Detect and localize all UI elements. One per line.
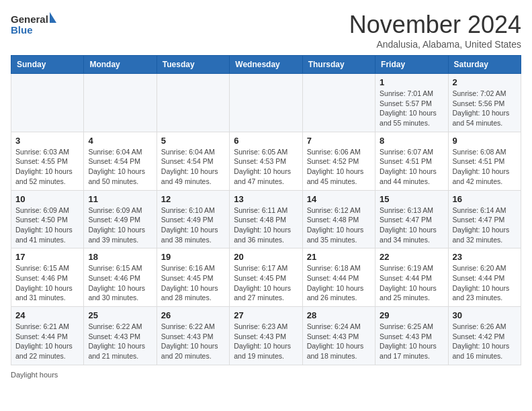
day-number: 13 [234, 194, 298, 204]
daylight-label: Daylight hours [11, 371, 58, 379]
day-info: Sunrise: 6:12 AMSunset: 4:48 PMDaylight:… [307, 205, 371, 245]
day-number: 21 [307, 252, 371, 262]
calendar-week-row: 24Sunrise: 6:21 AMSunset: 4:44 PMDayligh… [11, 307, 521, 365]
day-number: 26 [161, 310, 225, 320]
svg-text:General: General [11, 13, 48, 25]
day-info: Sunrise: 6:15 AMSunset: 4:46 PMDaylight:… [88, 263, 152, 303]
day-info: Sunrise: 6:26 AMSunset: 4:42 PMDaylight:… [453, 322, 517, 361]
day-info: Sunrise: 6:09 AMSunset: 4:49 PMDaylight:… [88, 205, 152, 245]
day-info: Sunrise: 6:08 AMSunset: 4:51 PMDaylight:… [453, 147, 517, 187]
day-number: 29 [380, 310, 443, 320]
day-info: Sunrise: 6:25 AMSunset: 4:43 PMDaylight:… [380, 322, 443, 361]
day-info: Sunrise: 7:01 AMSunset: 5:57 PMDaylight:… [380, 89, 443, 128]
day-number: 20 [234, 252, 298, 262]
calendar-cell: 13Sunrise: 6:11 AMSunset: 4:48 PMDayligh… [230, 190, 302, 248]
calendar-cell: 21Sunrise: 6:18 AMSunset: 4:44 PMDayligh… [302, 248, 375, 307]
calendar-cell: 26Sunrise: 6:22 AMSunset: 4:43 PMDayligh… [157, 307, 229, 365]
day-number: 24 [15, 310, 79, 320]
day-number: 25 [88, 310, 152, 320]
day-number: 3 [15, 136, 79, 146]
calendar-day-header: Wednesday [230, 56, 302, 74]
calendar-cell: 8Sunrise: 6:07 AMSunset: 4:51 PMDaylight… [375, 132, 448, 190]
day-info: Sunrise: 6:16 AMSunset: 4:45 PMDaylight:… [161, 263, 225, 303]
calendar-cell: 27Sunrise: 6:23 AMSunset: 4:43 PMDayligh… [230, 307, 302, 365]
day-number: 18 [88, 252, 152, 262]
day-number: 27 [234, 310, 298, 320]
day-info: Sunrise: 6:22 AMSunset: 4:43 PMDaylight:… [88, 322, 152, 361]
day-info: Sunrise: 6:19 AMSunset: 4:44 PMDaylight:… [380, 263, 443, 303]
calendar-cell: 12Sunrise: 6:10 AMSunset: 4:49 PMDayligh… [157, 190, 229, 248]
day-number: 14 [307, 194, 371, 204]
calendar-cell: 17Sunrise: 6:15 AMSunset: 4:46 PMDayligh… [11, 248, 84, 307]
calendar-cell: 24Sunrise: 6:21 AMSunset: 4:44 PMDayligh… [11, 307, 84, 365]
day-info: Sunrise: 6:09 AMSunset: 4:50 PMDaylight:… [15, 205, 79, 245]
month-title: November 2024 [349, 11, 521, 39]
page-header: General Blue November 2024 Andalusia, Al… [11, 11, 521, 50]
calendar-cell: 23Sunrise: 6:20 AMSunset: 4:44 PMDayligh… [448, 248, 521, 307]
location-subtitle: Andalusia, Alabama, United States [349, 39, 521, 50]
day-number: 2 [453, 77, 517, 87]
calendar-cell: 2Sunrise: 7:02 AMSunset: 5:56 PMDaylight… [448, 74, 521, 132]
calendar-day-header: Monday [84, 56, 157, 74]
day-info: Sunrise: 6:05 AMSunset: 4:53 PMDaylight:… [234, 147, 298, 187]
day-info: Sunrise: 6:10 AMSunset: 4:49 PMDaylight:… [161, 205, 225, 245]
day-info: Sunrise: 6:03 AMSunset: 4:55 PMDaylight:… [15, 147, 79, 187]
day-number: 16 [453, 194, 517, 204]
footer: Daylight hours [11, 371, 521, 379]
calendar-table: SundayMondayTuesdayWednesdayThursdayFrid… [11, 55, 521, 365]
day-info: Sunrise: 6:20 AMSunset: 4:44 PMDaylight:… [453, 263, 517, 303]
calendar-cell: 9Sunrise: 6:08 AMSunset: 4:51 PMDaylight… [448, 132, 521, 190]
title-block: November 2024 Andalusia, Alabama, United… [349, 11, 521, 50]
day-number: 28 [307, 310, 371, 320]
day-number: 6 [234, 136, 298, 146]
day-info: Sunrise: 6:11 AMSunset: 4:48 PMDaylight:… [234, 205, 298, 245]
logo-svg: General Blue [11, 11, 58, 38]
day-info: Sunrise: 6:24 AMSunset: 4:43 PMDaylight:… [307, 322, 371, 361]
calendar-cell [230, 74, 302, 132]
day-info: Sunrise: 6:04 AMSunset: 4:54 PMDaylight:… [161, 147, 225, 187]
calendar-cell [11, 74, 84, 132]
calendar-week-row: 3Sunrise: 6:03 AMSunset: 4:55 PMDaylight… [11, 132, 521, 190]
day-info: Sunrise: 7:02 AMSunset: 5:56 PMDaylight:… [453, 89, 517, 128]
day-number: 23 [453, 252, 517, 262]
day-info: Sunrise: 6:17 AMSunset: 4:45 PMDaylight:… [234, 263, 298, 303]
calendar-cell: 7Sunrise: 6:06 AMSunset: 4:52 PMDaylight… [302, 132, 375, 190]
calendar-cell: 18Sunrise: 6:15 AMSunset: 4:46 PMDayligh… [84, 248, 157, 307]
calendar-cell: 29Sunrise: 6:25 AMSunset: 4:43 PMDayligh… [375, 307, 448, 365]
day-number: 11 [88, 194, 152, 204]
calendar-cell: 10Sunrise: 6:09 AMSunset: 4:50 PMDayligh… [11, 190, 84, 248]
calendar-week-row: 1Sunrise: 7:01 AMSunset: 5:57 PMDaylight… [11, 74, 521, 132]
day-info: Sunrise: 6:07 AMSunset: 4:51 PMDaylight:… [380, 147, 443, 187]
day-info: Sunrise: 6:14 AMSunset: 4:47 PMDaylight:… [453, 205, 517, 245]
day-number: 8 [380, 136, 443, 146]
day-number: 22 [380, 252, 443, 262]
calendar-cell [84, 74, 157, 132]
day-number: 5 [161, 136, 225, 146]
calendar-cell: 3Sunrise: 6:03 AMSunset: 4:55 PMDaylight… [11, 132, 84, 190]
calendar-cell: 25Sunrise: 6:22 AMSunset: 4:43 PMDayligh… [84, 307, 157, 365]
svg-marker-2 [50, 12, 56, 23]
calendar-header-row: SundayMondayTuesdayWednesdayThursdayFrid… [11, 56, 521, 74]
day-info: Sunrise: 6:13 AMSunset: 4:47 PMDaylight:… [380, 205, 443, 245]
calendar-cell: 22Sunrise: 6:19 AMSunset: 4:44 PMDayligh… [375, 248, 448, 307]
calendar-day-header: Tuesday [157, 56, 229, 74]
day-info: Sunrise: 6:22 AMSunset: 4:43 PMDaylight:… [161, 322, 225, 361]
calendar-cell: 28Sunrise: 6:24 AMSunset: 4:43 PMDayligh… [302, 307, 375, 365]
day-number: 12 [161, 194, 225, 204]
logo: General Blue [11, 11, 58, 38]
day-info: Sunrise: 6:04 AMSunset: 4:54 PMDaylight:… [88, 147, 152, 187]
calendar-cell: 20Sunrise: 6:17 AMSunset: 4:45 PMDayligh… [230, 248, 302, 307]
calendar-cell: 11Sunrise: 6:09 AMSunset: 4:49 PMDayligh… [84, 190, 157, 248]
day-info: Sunrise: 6:18 AMSunset: 4:44 PMDaylight:… [307, 263, 371, 303]
day-info: Sunrise: 6:06 AMSunset: 4:52 PMDaylight:… [307, 147, 371, 187]
day-number: 9 [453, 136, 517, 146]
calendar-cell: 30Sunrise: 6:26 AMSunset: 4:42 PMDayligh… [448, 307, 521, 365]
calendar-week-row: 10Sunrise: 6:09 AMSunset: 4:50 PMDayligh… [11, 190, 521, 248]
calendar-day-header: Thursday [302, 56, 375, 74]
day-info: Sunrise: 6:21 AMSunset: 4:44 PMDaylight:… [15, 322, 79, 361]
day-number: 1 [380, 77, 443, 87]
day-number: 10 [15, 194, 79, 204]
day-number: 7 [307, 136, 371, 146]
day-info: Sunrise: 6:15 AMSunset: 4:46 PMDaylight:… [15, 263, 79, 303]
day-number: 17 [15, 252, 79, 262]
